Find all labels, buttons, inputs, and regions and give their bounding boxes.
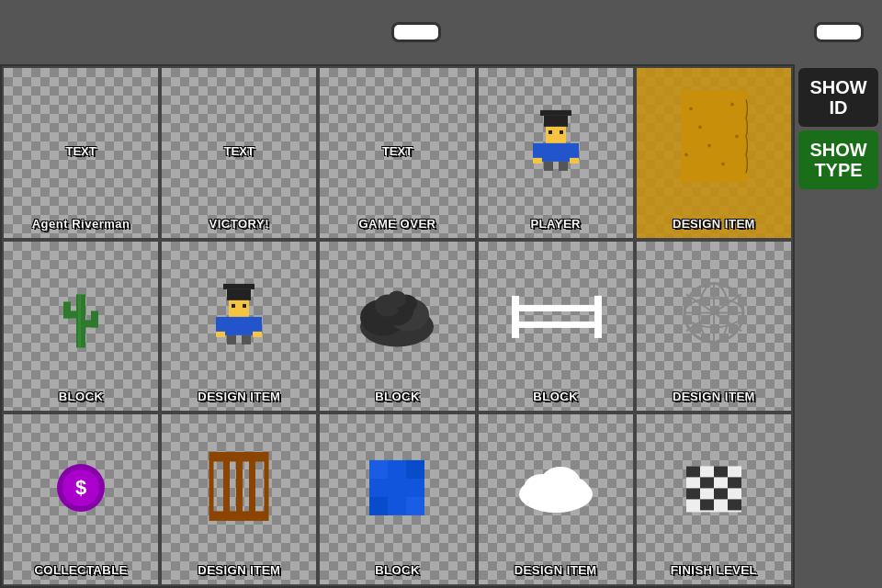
cell-top-label: TEXT <box>162 144 316 158</box>
svg-point-17 <box>721 163 725 166</box>
svg-rect-45 <box>512 322 600 328</box>
svg-rect-3 <box>548 130 552 134</box>
svg-rect-46 <box>512 296 519 338</box>
cell-icon-finish <box>682 461 746 520</box>
svg-rect-78 <box>686 488 700 499</box>
grid-cell-13[interactable]: DESIGN ITEM <box>477 413 635 586</box>
svg-rect-79 <box>714 488 728 499</box>
svg-text:$: $ <box>75 476 86 499</box>
svg-rect-77 <box>728 477 741 488</box>
cell-bottom-label: VICTORY! <box>162 217 316 231</box>
svg-rect-21 <box>63 301 71 318</box>
svg-rect-1 <box>544 116 568 127</box>
grid-cell-2[interactable]: TEXTGAME OVER <box>318 66 476 240</box>
svg-rect-25 <box>223 284 254 289</box>
grid-cell-0[interactable]: TEXTAgent Riverman <box>2 66 160 240</box>
cell-bottom-label: DESIGN ITEM <box>637 390 791 403</box>
svg-rect-30 <box>225 317 253 335</box>
svg-rect-44 <box>512 305 600 311</box>
svg-rect-67 <box>369 497 388 515</box>
cell-bottom-label: DESIGN ITEM <box>637 217 791 231</box>
cell-bottom-label: COLLECTABLE <box>4 563 158 577</box>
svg-rect-59 <box>223 454 230 518</box>
show-type-button[interactable]: SHOWTYPE <box>798 130 878 189</box>
cell-icon-rock_pile <box>356 276 438 353</box>
svg-rect-63 <box>211 511 266 518</box>
svg-point-13 <box>730 103 734 107</box>
svg-rect-23 <box>91 311 98 327</box>
svg-point-12 <box>689 107 693 111</box>
cell-icon-fence <box>510 294 602 344</box>
svg-rect-6 <box>533 143 542 158</box>
grid-cell-10[interactable]: $ COLLECTABLE <box>2 413 160 586</box>
svg-rect-68 <box>406 497 424 515</box>
cell-top-label: TEXT <box>4 144 158 158</box>
svg-rect-80 <box>700 499 714 510</box>
svg-rect-36 <box>253 332 262 337</box>
grid-cell-11[interactable]: DESIGN ITEM <box>160 413 318 586</box>
grid-cell-14[interactable]: FINISH LEVEL <box>635 413 793 586</box>
grid-cell-4[interactable]: DESIGN ITEM <box>635 66 793 240</box>
svg-rect-5 <box>542 143 570 162</box>
grid-cell-6[interactable]: DESIGN ITEM <box>160 240 318 413</box>
svg-point-14 <box>698 126 702 130</box>
svg-point-72 <box>560 478 589 503</box>
svg-point-16 <box>684 153 688 157</box>
svg-rect-81 <box>728 499 741 510</box>
svg-rect-27 <box>229 300 249 317</box>
grid-cell-7[interactable]: BLOCK <box>318 240 476 413</box>
cell-top-label: TEXT <box>320 144 474 158</box>
svg-rect-65 <box>369 460 388 479</box>
svg-rect-24 <box>78 294 81 347</box>
svg-rect-75 <box>714 466 728 477</box>
cell-icon-player2 <box>214 282 264 350</box>
svg-rect-33 <box>227 335 236 345</box>
grid-cell-9[interactable]: DESIGN ITEM <box>635 240 793 413</box>
svg-rect-28 <box>232 304 235 308</box>
grid-cell-8[interactable]: BLOCK <box>477 240 635 413</box>
show-id-button[interactable]: SHOWID <box>798 68 878 127</box>
cell-icon-player <box>531 108 581 176</box>
svg-point-18 <box>707 144 711 148</box>
svg-rect-61 <box>249 454 255 518</box>
cell-icon-coin: $ <box>53 456 108 524</box>
svg-rect-74 <box>686 466 700 477</box>
cell-bottom-label: DESIGN ITEM <box>162 390 316 403</box>
cell-bottom-label: BLOCK <box>320 390 474 403</box>
svg-rect-4 <box>560 130 563 134</box>
svg-rect-47 <box>594 296 602 338</box>
grid-cell-5[interactable]: BLOCK <box>2 240 160 413</box>
svg-rect-2 <box>546 127 566 143</box>
svg-rect-9 <box>559 162 568 171</box>
grid-cell-12[interactable]: BLOCK <box>318 413 476 586</box>
svg-rect-31 <box>216 317 225 332</box>
cell-bottom-label: PLAYER <box>479 217 633 231</box>
cell-bottom-label: GAME OVER <box>320 217 474 231</box>
svg-rect-26 <box>227 289 251 300</box>
svg-point-43 <box>388 290 406 307</box>
cell-bottom-label: DESIGN ITEM <box>479 563 633 577</box>
create-new-button[interactable] <box>391 22 441 42</box>
objects-grid: TEXTAgent RivermanTEXTVICTORY!TEXTGAME O… <box>0 64 795 588</box>
svg-rect-10 <box>533 158 542 164</box>
svg-rect-11 <box>570 158 579 164</box>
grid-cell-1[interactable]: TEXTVICTORY! <box>160 66 318 240</box>
svg-rect-29 <box>243 304 246 308</box>
svg-rect-76 <box>700 477 714 488</box>
cell-bottom-label: Agent Riverman <box>4 217 158 231</box>
svg-rect-32 <box>253 317 262 332</box>
grid-cell-3[interactable]: PLAYER <box>477 66 635 240</box>
sidebar: SHOWID SHOWTYPE <box>795 64 882 588</box>
svg-rect-60 <box>236 454 243 518</box>
cell-bottom-label: DESIGN ITEM <box>162 563 316 577</box>
header <box>0 0 882 64</box>
svg-rect-66 <box>406 460 424 479</box>
cell-icon-cloud <box>514 456 597 524</box>
svg-rect-62 <box>211 454 266 461</box>
svg-rect-7 <box>570 143 579 158</box>
cell-icon-tumbleweed <box>677 276 751 353</box>
svg-rect-8 <box>544 162 553 171</box>
back-button[interactable] <box>814 22 864 42</box>
svg-rect-34 <box>242 335 251 345</box>
cell-icon-design_scroll <box>673 91 755 187</box>
